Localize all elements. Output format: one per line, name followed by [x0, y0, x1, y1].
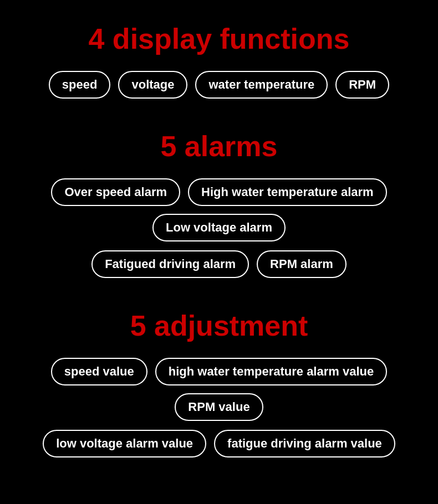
adjustment-tags-row2: low voltage alarm value fatigue driving … [43, 430, 395, 457]
adjustment-title: 5 adjustment [130, 309, 308, 342]
display-functions-title: 4 display functions [89, 22, 350, 55]
tag-speed: speed [49, 71, 111, 99]
adjustment-tags-row1: speed value high water temperature alarm… [11, 358, 427, 421]
tag-speed-value: speed value [51, 358, 147, 385]
tag-rpm: RPM [335, 71, 389, 99]
display-tags-row: speed voltage water temperature RPM [49, 71, 389, 99]
tag-over-speed-alarm: Over speed alarm [51, 178, 180, 206]
alarms-tags-row2: Fatigued driving alarm RPM alarm [91, 250, 347, 278]
tag-low-voltage-alarm: Low voltage alarm [152, 214, 286, 241]
tag-low-voltage-alarm-value: low voltage alarm value [43, 430, 206, 457]
tag-high-water-temp-alarm-value: high water temperature alarm value [155, 358, 387, 385]
tag-water-temperature: water temperature [195, 71, 328, 99]
tag-fatigued-driving-alarm: Fatigued driving alarm [91, 250, 249, 278]
tag-high-water-temp-alarm: High water temperature alarm [188, 178, 387, 206]
tag-fatigue-driving-alarm-value: fatigue driving alarm value [214, 430, 395, 457]
alarms-tags-row1: Over speed alarm High water temperature … [11, 178, 427, 241]
tag-voltage: voltage [118, 71, 187, 99]
tag-rpm-alarm: RPM alarm [257, 250, 347, 278]
tag-rpm-value: RPM value [175, 393, 263, 421]
alarms-title: 5 alarms [160, 130, 277, 163]
